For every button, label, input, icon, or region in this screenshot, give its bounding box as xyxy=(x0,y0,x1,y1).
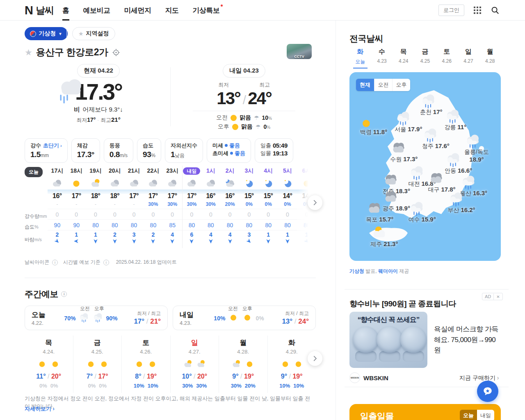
info-icon[interactable]: i xyxy=(103,260,109,265)
metric-box-0[interactable]: 강수초단기1.5mm xyxy=(25,138,68,163)
hourly-column-0[interactable]: 17시16°-0902 xyxy=(48,166,67,248)
sidebar-day-tab-6[interactable]: 월4.28 xyxy=(479,48,501,68)
map-city-0[interactable]: 백령 11.8° xyxy=(360,117,387,136)
weekly-scroll-next-button[interactable] xyxy=(308,351,322,366)
apps-grid-icon[interactable] xyxy=(473,6,482,14)
partly-icon xyxy=(183,358,194,370)
sidebar-day-tab-5[interactable]: 일4.27 xyxy=(458,48,479,68)
see-more-link[interactable]: 자세히보기 xyxy=(25,405,55,413)
login-button[interactable]: 로그인 xyxy=(438,5,464,16)
day-rain-probabilities: 30%20% xyxy=(219,383,267,389)
map-toggle-오후[interactable]: 오후 xyxy=(392,79,410,91)
sidebar-day-tab-2[interactable]: 목4.24 xyxy=(393,48,414,68)
metric-box-2[interactable]: 동풍0.8m/s xyxy=(104,138,133,163)
ad-close-icon[interactable]: ✕ xyxy=(493,294,502,300)
info-icon[interactable]: i xyxy=(52,260,58,265)
hour-temperature: 17° xyxy=(67,191,86,201)
sidebar-day-tab-4[interactable]: 토4.26 xyxy=(436,48,458,68)
nav-tab-4[interactable]: 기상특보 xyxy=(193,0,220,21)
sun-icon xyxy=(244,358,255,370)
weekly-day-column-4[interactable]: 월4.28.9° / 19°30%20% xyxy=(219,336,267,393)
region-settings-button[interactable]: ★ 지역설정 xyxy=(72,27,115,40)
map-toggle-현재[interactable]: 현재 xyxy=(356,79,374,91)
rain-icon xyxy=(464,132,489,150)
city-label: 목포 15.7° xyxy=(366,216,393,224)
metric-box-6[interactable]: 일출05:49일몰19:13 xyxy=(255,138,293,163)
wind-direction-arrow xyxy=(150,238,156,244)
favorite-star-icon[interactable]: ★ xyxy=(25,48,32,57)
wind-direction-arrow xyxy=(169,238,175,244)
hourly-column-3[interactable]: 20시18°-0802 xyxy=(105,166,124,248)
naver-weather-logo[interactable]: N 날씨 xyxy=(25,4,54,17)
rain-icon xyxy=(409,200,436,217)
map-city-13[interactable]: 부산 16.2° xyxy=(448,190,475,214)
sunrise-tab-tomorrow[interactable]: 내일 xyxy=(477,410,494,420)
map-toggle-오전[interactable]: 오전 xyxy=(374,79,392,91)
metric-box-4[interactable]: 자외선지수1낮음 xyxy=(165,138,203,163)
weekly-day-column-5[interactable]: 화4.29.9° / 19°10%10% xyxy=(267,336,316,393)
hourly-column-12[interactable]: 5시14°0%0801 xyxy=(278,166,297,248)
chat-floating-button[interactable] xyxy=(477,381,498,402)
hourly-column-2[interactable]: 19시18°-0801 xyxy=(86,166,105,248)
map-city-6[interactable]: 수원 17.3° xyxy=(390,139,418,163)
cctv-thumbnail[interactable]: CCTV xyxy=(287,44,312,59)
map-city-4[interactable]: 청주 17.6° xyxy=(422,126,450,150)
metric-box-3[interactable]: 습도93% xyxy=(137,138,161,163)
hour-wind: 1 xyxy=(86,230,105,248)
map-city-14[interactable]: 목포 15.7° xyxy=(366,200,393,224)
weekly-day-column-0[interactable]: 목4.24.11° / 20°0%0% xyxy=(25,336,73,393)
map-city-16[interactable]: 제주 21.3° xyxy=(370,224,398,248)
hourly-column-6[interactable]: 23시17°30%0854 xyxy=(163,166,182,248)
hourly-column-10[interactable]: 3시15°0%0803 xyxy=(240,166,259,248)
city-label: 제주 21.3° xyxy=(370,240,398,248)
sidebar-day-tab-0[interactable]: 화오늘 xyxy=(349,48,371,68)
map-city-15[interactable]: 여수 15.9° xyxy=(409,200,436,224)
ad-buy-now-link[interactable]: 지금 구매하기 xyxy=(459,374,499,382)
nav-tab-3[interactable]: 지도 xyxy=(165,0,179,21)
weather-icon-cell xyxy=(144,176,163,191)
hour-rain-probability: 30% xyxy=(201,201,220,209)
sidebar-day-tab-1[interactable]: 수4.23 xyxy=(371,48,393,68)
hourly-column-5[interactable]: 22시17°30%0802 xyxy=(144,166,163,248)
hourly-column-8[interactable]: 1시16°30%0804 xyxy=(201,166,220,248)
current-location-icon[interactable] xyxy=(112,48,120,57)
weekly-summary-card-1[interactable]: 내일4.23.오전오후10%0%최저 / 최고13° / 24° xyxy=(173,306,316,330)
search-icon[interactable] xyxy=(491,6,500,15)
metric-box-1[interactable]: 체감17.3° xyxy=(71,138,100,163)
hour-temperature: 14° xyxy=(278,191,297,201)
ad-image[interactable]: “향수대신 꼭 쓰세요” xyxy=(349,312,427,368)
hour-humidity: 80 xyxy=(297,219,308,230)
hourly-column-7[interactable]: 내일17°30%0806 xyxy=(182,166,201,248)
hour-temperature: 15° xyxy=(259,191,278,201)
weekly-summary-card-0[interactable]: 오늘4.22.오전오후70%90%최저 / 최고17° / 21° xyxy=(25,306,168,330)
soap-image-part xyxy=(353,326,379,353)
hourly-column-9[interactable]: 2시16°20%0804 xyxy=(220,166,240,248)
max-temp: 21° xyxy=(150,317,161,325)
hourly-column-1[interactable]: 18시17°-0901 xyxy=(67,166,86,248)
weather-source-selector[interactable]: 기상청 ▼ xyxy=(25,27,68,40)
hourly-scroll-next-button[interactable] xyxy=(308,195,322,210)
map-city-2[interactable]: 서울 17.9° xyxy=(395,110,422,133)
weekly-day-column-3[interactable]: 일4.27.10° / 20°30%30% xyxy=(170,336,219,393)
weatheri-link[interactable]: 웨더아이 xyxy=(378,268,398,274)
day-rain-probabilities: 10%10% xyxy=(268,383,316,389)
sidebar-day-tab-3[interactable]: 금4.25 xyxy=(414,48,436,68)
hourly-column-13[interactable]: 6시14°0%0801 xyxy=(297,166,308,248)
hourly-column-11[interactable]: 4시15°0%0801 xyxy=(259,166,278,248)
weather-icon-cell xyxy=(48,176,67,191)
metric-box-5[interactable]: 미세좋음초미세좋음 xyxy=(207,138,251,163)
metric-link[interactable]: 초단기 xyxy=(43,142,62,149)
nav-tab-1[interactable]: 예보비교 xyxy=(83,0,110,21)
map-city-10[interactable]: 대구 17.8° xyxy=(428,170,456,194)
metric-value: 좋음 xyxy=(229,142,240,149)
nav-tab-2[interactable]: 미세먼지 xyxy=(124,0,151,21)
weekly-day-column-1[interactable]: 금4.25.7° / 17°0%0% xyxy=(73,336,122,393)
nav-tab-0[interactable]: 홈 xyxy=(62,0,69,21)
weekly-day-column-2[interactable]: 토4.26.8° / 19°10%10% xyxy=(121,336,170,393)
kma-link[interactable]: 기상청 xyxy=(349,268,364,274)
map-city-1[interactable]: 춘천 17° xyxy=(420,92,443,116)
sunrise-tab-today[interactable]: 오늘 xyxy=(460,410,477,420)
info-icon[interactable]: i xyxy=(61,291,67,297)
nationwide-weather-map[interactable]: 현재오전오후 백령 11.8°춘천 17°서울 17.9°강릉 11°청주 17… xyxy=(349,72,501,261)
hourly-column-4[interactable]: 21시17°-0803 xyxy=(124,166,144,248)
